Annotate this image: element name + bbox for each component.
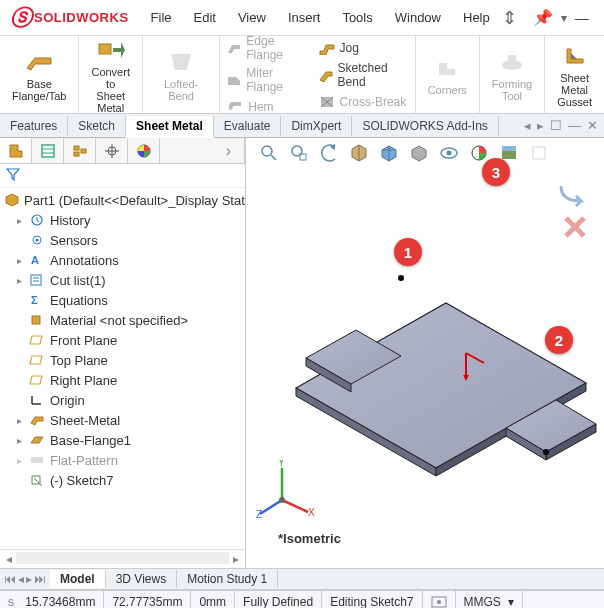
svg-text:Σ: Σ xyxy=(31,294,38,306)
zoom-fit-icon[interactable] xyxy=(258,142,280,164)
btab-last-icon[interactable]: ⏭ xyxy=(34,572,46,586)
view-name: *Isometric xyxy=(278,531,341,546)
tree-cutlist[interactable]: ▸Cut list(1) xyxy=(0,270,245,290)
tab-minimize-icon[interactable]: — xyxy=(568,118,581,133)
zoom-area-icon[interactable] xyxy=(288,142,310,164)
filter-icon[interactable] xyxy=(6,167,20,184)
status-coord-y: 72.77735mm xyxy=(104,591,191,608)
panel-tab-featuretree[interactable] xyxy=(0,138,32,163)
menu-file[interactable]: File xyxy=(147,8,176,27)
gusset-icon xyxy=(561,42,589,70)
tree-root[interactable]: Part1 (Default<<Default>_Display State xyxy=(0,190,245,210)
tree-rightplane[interactable]: Right Plane xyxy=(0,370,245,390)
menu-view[interactable]: View xyxy=(234,8,270,27)
menu-edit[interactable]: Edit xyxy=(190,8,220,27)
jog-button[interactable]: Jog xyxy=(314,38,413,58)
panel-tab-more[interactable]: › xyxy=(213,138,245,163)
prev-view-icon[interactable] xyxy=(318,142,340,164)
tree-topplane[interactable]: Top Plane xyxy=(0,350,245,370)
tree-origin[interactable]: Origin xyxy=(0,390,245,410)
section-view-icon[interactable] xyxy=(348,142,370,164)
pin-icon[interactable]: 📌 xyxy=(533,8,553,27)
status-editing: Editing Sketch7 xyxy=(322,591,422,608)
scroll-right-icon[interactable]: ▸ xyxy=(229,552,243,566)
gusset-button[interactable]: Sheet Metal Gusset xyxy=(551,38,598,112)
corners-button[interactable]: Corners xyxy=(422,50,473,100)
tab-sketch[interactable]: Sketch xyxy=(68,116,126,136)
tree-baseflange[interactable]: ▸Base-Flange1 xyxy=(0,430,245,450)
btab-model[interactable]: Model xyxy=(50,570,106,588)
tree-annotations[interactable]: ▸AAnnotations xyxy=(0,250,245,270)
btab-first-icon[interactable]: ⏮ xyxy=(4,572,16,586)
tab-close-icon[interactable]: ✕ xyxy=(587,118,598,133)
btab-motion[interactable]: Motion Study 1 xyxy=(177,570,278,588)
tab-prev-icon[interactable]: ◂ xyxy=(524,118,531,133)
lofted-bend-button[interactable]: Lofted-Bend xyxy=(149,44,213,106)
display-style-icon[interactable] xyxy=(408,142,430,164)
tree-sheetmetal-feature[interactable]: ▸Sheet-Metal xyxy=(0,410,245,430)
convert-sheetmetal-button[interactable]: Convert to Sheet Metal xyxy=(85,32,136,118)
base-flange-button[interactable]: Base Flange/Tab xyxy=(6,44,72,106)
view-triad[interactable]: Y X Z xyxy=(256,460,316,520)
logo-icon: ⓢ xyxy=(10,3,32,33)
tree-flatpattern[interactable]: ▸Flat-Pattern xyxy=(0,450,245,470)
tree-material[interactable]: Material <not specified> xyxy=(0,310,245,330)
menu-help[interactable]: Help xyxy=(459,8,494,27)
cancel-sketch-icon[interactable] xyxy=(566,218,584,236)
edge-flange-button[interactable]: Edge Flange xyxy=(222,33,309,63)
tree-history[interactable]: ▸History xyxy=(0,210,245,230)
panel-tab-appearance[interactable] xyxy=(128,138,160,163)
tab-evaluate[interactable]: Evaluate xyxy=(214,116,282,136)
status-units[interactable]: MMGS ▾ xyxy=(456,591,524,608)
view-settings-icon[interactable] xyxy=(528,142,550,164)
status-flag[interactable] xyxy=(423,591,456,608)
btab-prev-icon[interactable]: ◂ xyxy=(18,572,24,586)
miter-flange-button[interactable]: Miter Flange xyxy=(222,65,309,95)
tree-sketch[interactable]: (-) Sketch7 xyxy=(0,470,245,490)
menu-insert[interactable]: Insert xyxy=(284,8,325,27)
dropdown-icon[interactable]: ▾ xyxy=(561,11,567,25)
tab-sheetmetal[interactable]: Sheet Metal xyxy=(126,116,214,138)
scroll-left-icon[interactable]: ◂ xyxy=(2,552,16,566)
panel-tab-property[interactable] xyxy=(32,138,64,163)
svg-point-54 xyxy=(279,497,285,503)
sketched-bend-button[interactable]: Sketched Bend xyxy=(314,60,413,90)
minimize-button[interactable]: — xyxy=(575,10,589,26)
miter-flange-icon xyxy=(226,71,242,89)
sensors-icon xyxy=(28,232,46,248)
svg-rect-0 xyxy=(99,44,111,54)
menu-tools[interactable]: Tools xyxy=(338,8,376,27)
resize-handle-icon[interactable]: ⇕ xyxy=(502,13,517,23)
tree-frontplane[interactable]: Front Plane xyxy=(0,330,245,350)
forming-tool-button[interactable]: Forming Tool xyxy=(486,44,538,106)
menu-window[interactable]: Window xyxy=(391,8,445,27)
tree-sensors[interactable]: Sensors xyxy=(0,230,245,250)
hem-button[interactable]: Hem xyxy=(222,97,309,117)
tab-dimxpert[interactable]: DimXpert xyxy=(281,116,352,136)
tab-next-icon[interactable]: ▸ xyxy=(537,118,544,133)
svg-point-29 xyxy=(262,146,272,156)
btab-next-icon[interactable]: ▸ xyxy=(26,572,32,586)
annotation-3: 3 xyxy=(482,158,510,186)
panel-tab-dimxpert[interactable] xyxy=(96,138,128,163)
panel-tab-config[interactable] xyxy=(64,138,96,163)
view-toolbar xyxy=(258,142,550,164)
cross-break-button[interactable]: Cross-Break xyxy=(314,92,413,112)
tree-equations[interactable]: ΣEquations xyxy=(0,290,245,310)
btab-3dviews[interactable]: 3D Views xyxy=(106,570,177,588)
graphics-viewport[interactable]: 1 2 3 Y X Z *Isometric xyxy=(246,138,604,568)
cutlist-icon xyxy=(28,272,46,288)
sidebar-scroll: ◂ ▸ xyxy=(0,549,245,568)
app-logo: ⓢ SOLIDWORKS xyxy=(4,2,135,34)
tab-features[interactable]: Features xyxy=(0,116,68,136)
hide-show-icon[interactable] xyxy=(438,142,460,164)
view-orientation-icon[interactable] xyxy=(378,142,400,164)
tab-addins[interactable]: SOLIDWORKS Add-Ins xyxy=(352,116,498,136)
svg-point-45 xyxy=(543,449,549,455)
tab-maximize-icon[interactable]: ☐ xyxy=(550,118,562,133)
exit-sketch-icon[interactable] xyxy=(561,186,581,206)
main-area: › Part1 (Default<<Default>_Display State… xyxy=(0,138,604,568)
hem-icon xyxy=(226,98,244,116)
svg-point-44 xyxy=(398,275,404,281)
annotations-icon: A xyxy=(28,252,46,268)
